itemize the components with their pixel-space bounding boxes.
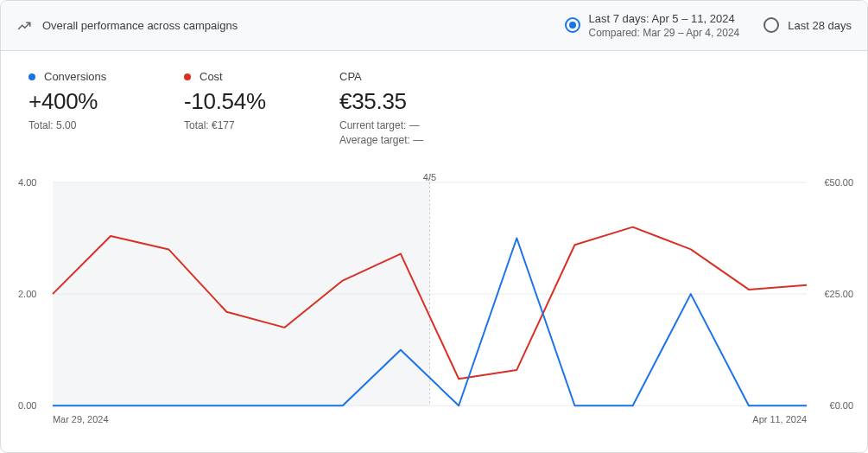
header-left: Overall performance across campaigns	[16, 18, 238, 34]
y-right-tick: €50.00	[824, 177, 853, 188]
trend-icon	[16, 18, 32, 34]
series-dot-icon	[184, 73, 191, 80]
metric-subtext: Total: €177	[184, 118, 305, 133]
series-dot-icon	[29, 73, 35, 80]
range-option-last7[interactable]: Last 7 days: Apr 5 – 11, 2024 Compared: …	[565, 11, 740, 41]
y-left-tick: 4.00	[18, 177, 36, 188]
card-header: Overall performance across campaigns Las…	[1, 1, 867, 51]
y-right-tick: €0.00	[830, 400, 853, 411]
header-title: Overall performance across campaigns	[42, 19, 238, 32]
x-start-label: Mar 29, 2024	[53, 414, 109, 424]
range-text: Last 28 days	[788, 18, 852, 34]
range-option-last28[interactable]: Last 28 days	[763, 17, 852, 33]
metric-value: €35.35	[339, 88, 460, 115]
line-chart: 4/5 4.00 2.00 0.00 €50.00 €25.00 €0.00 M…	[18, 174, 853, 440]
range-text: Last 7 days: Apr 5 – 11, 2024 Compared: …	[589, 11, 740, 41]
metric-title: CPA	[339, 70, 362, 83]
metric-title-row: Cost	[184, 70, 305, 83]
y-right-tick: €25.00	[824, 289, 853, 299]
y-left-tick: 0.00	[18, 400, 36, 411]
divider-label: 4/5	[423, 174, 436, 182]
metric-sub-line: Current target: —	[339, 119, 420, 131]
x-end-label: Apr 11, 2024	[752, 414, 807, 424]
metric-title: Cost	[200, 70, 223, 83]
chart-area[interactable]: 4/5 4.00 2.00 0.00 €50.00 €25.00 €0.00 M…	[18, 174, 853, 440]
metric-value: -10.54%	[184, 88, 305, 115]
y-left-tick: 2.00	[18, 289, 36, 299]
range-sub-label: Compared: Mar 29 – Apr 4, 2024	[589, 26, 740, 40]
metric-title: Conversions	[44, 70, 106, 83]
metric-title-row: CPA	[339, 70, 460, 83]
metric-title-row: Conversions	[29, 70, 149, 83]
metrics-row: Conversions +400% Total: 5.00 Cost -10.5…	[1, 51, 867, 154]
metric-cpa[interactable]: CPA €35.35 Current target: — Average tar…	[339, 70, 460, 149]
metric-subtext: Total: 5.00	[29, 118, 149, 133]
metric-cost[interactable]: Cost -10.54% Total: €177	[184, 70, 305, 149]
metric-conversions[interactable]: Conversions +400% Total: 5.00	[29, 70, 149, 149]
metric-value: +400%	[29, 88, 149, 115]
date-range-picker: Last 7 days: Apr 5 – 11, 2024 Compared: …	[565, 11, 852, 41]
metric-sub-line: Average target: —	[339, 134, 423, 146]
range-main-label: Last 28 days	[788, 18, 852, 34]
radio-icon	[763, 17, 779, 33]
range-main-label: Last 7 days: Apr 5 – 11, 2024	[589, 11, 740, 27]
metric-subtext: Current target: — Average target: —	[339, 118, 460, 149]
radio-icon	[565, 17, 580, 33]
performance-card: Overall performance across campaigns Las…	[0, 0, 868, 453]
